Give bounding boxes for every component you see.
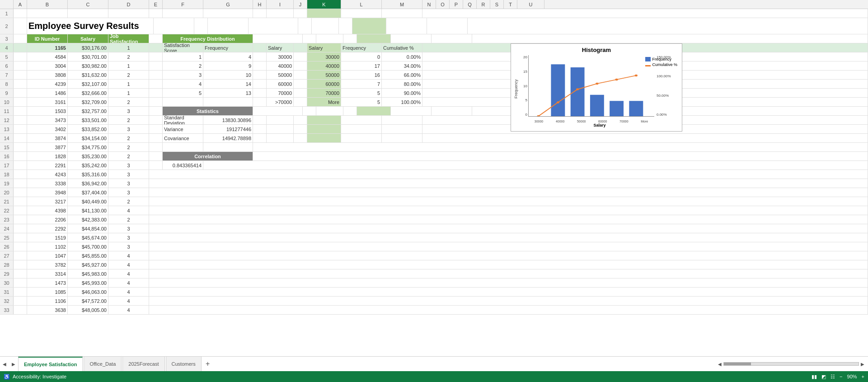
- row-26: 26 1102 $45,700.00 3: [0, 242, 868, 251]
- col-header-U[interactable]: U: [517, 0, 544, 9]
- frequency-header[interactable]: Frequency: [203, 43, 253, 52]
- row-33: 33 3638 $48,005.00 4: [0, 306, 868, 315]
- hist-freq-header[interactable]: Frequency: [341, 43, 382, 52]
- chart-title: Histogram: [514, 47, 679, 53]
- svg-rect-2: [571, 67, 585, 116]
- col-header-G[interactable]: G: [203, 0, 253, 9]
- row-3: 3 ID Number Salary Job Satisfaction Freq…: [0, 34, 868, 43]
- row-24: 24 2292 $44,854.00 3: [0, 224, 868, 233]
- tab-2025forecast[interactable]: 2025Forecast: [122, 357, 164, 372]
- add-sheet-button[interactable]: +: [202, 358, 213, 369]
- col-header-L[interactable]: L: [341, 0, 382, 9]
- column-header-row: A B C D E F G H I J K L M N O P Q R S T …: [0, 0, 868, 9]
- satisfaction-score-header[interactable]: Satisfaction Score: [163, 43, 203, 52]
- col-header-A[interactable]: A: [14, 0, 27, 9]
- variance-value[interactable]: 191277446: [203, 125, 253, 133]
- variance-label[interactable]: Variance: [163, 125, 203, 133]
- hist-salary-header[interactable]: Salary: [307, 43, 341, 52]
- chart-y-label: Frequency: [514, 55, 520, 123]
- header-id[interactable]: ID Number: [27, 34, 68, 43]
- row-27: 27 1047 $45,855.00 4: [0, 251, 868, 260]
- covariance-label[interactable]: Covariance: [163, 134, 203, 142]
- row-2: 2 Employee Survey Results: [0, 18, 868, 34]
- page-layout-icon[interactable]: ◩: [821, 374, 826, 380]
- statistics-header[interactable]: Statistics: [163, 107, 253, 115]
- zoom-level: 90%: [847, 374, 857, 379]
- col-header-Q[interactable]: Q: [463, 0, 477, 9]
- zoom-out-button[interactable]: −: [840, 374, 842, 379]
- header-salary[interactable]: Salary: [68, 34, 108, 43]
- row-17: 17 2291 $35,242.00 3 0.843365414: [0, 161, 868, 170]
- row-16: 16 1828 $35,230.00 2 Correlation: [0, 152, 868, 161]
- row-13: 13 3402 $33,852.00 3 Variance 191277446: [0, 125, 868, 134]
- col-header-P[interactable]: P: [450, 0, 463, 9]
- normal-view-icon[interactable]: ▮▮: [812, 374, 817, 380]
- svg-point-8: [576, 88, 579, 90]
- row-15: 15 3877 $34,775.00 2: [0, 143, 868, 152]
- col-header-O[interactable]: O: [436, 0, 450, 9]
- freq-dist-header[interactable]: Frequency Distribution: [163, 34, 253, 43]
- spreadsheet-title[interactable]: Employee Survey Results: [27, 18, 154, 34]
- salary-col-header[interactable]: Salary: [267, 43, 294, 52]
- header-job-satisfaction[interactable]: Job Satisfaction: [108, 34, 149, 43]
- row-12: 12 3473 $33,501.00 2 Standard Deviation …: [0, 116, 868, 125]
- zoom-in-button[interactable]: +: [862, 374, 864, 379]
- col-header-T[interactable]: T: [504, 0, 517, 9]
- corner-cell: [0, 0, 14, 9]
- col-header-D[interactable]: D: [108, 0, 149, 9]
- row-22: 22 4398 $41,130.00 4: [0, 206, 868, 215]
- svg-rect-3: [590, 95, 604, 116]
- row-19: 19 3338 $36,942.00 3: [0, 179, 868, 188]
- tab-nav-left[interactable]: ◀: [0, 359, 9, 368]
- col-header-H[interactable]: H: [253, 0, 267, 9]
- svg-point-11: [635, 75, 638, 77]
- col-header-N[interactable]: N: [422, 0, 436, 9]
- sheet-scroll-left[interactable]: ◀: [718, 362, 722, 367]
- col-header-I[interactable]: I: [267, 0, 294, 9]
- col-header-K[interactable]: K: [307, 0, 341, 9]
- correlation-header[interactable]: Correlation: [163, 152, 253, 160]
- tab-office-data[interactable]: Office_Data: [84, 357, 122, 372]
- row-20: 20 3948 $37,404.00 3: [0, 188, 868, 197]
- histogram-chart: Histogram Frequency 20 15 10 5 0: [511, 43, 682, 132]
- status-bar: ♿ Accessibility: Investigate ▮▮ ◩ ☷ − 90…: [0, 371, 868, 382]
- col-header-F[interactable]: F: [163, 0, 203, 9]
- row-10: 10 3161 $32,709.00 2 >70000 More 5 100.0…: [0, 98, 868, 107]
- row-8: 8 4239 $32,107.00 1 4 14 60000 60000 7 8…: [0, 80, 868, 89]
- row-18: 18 4243 $35,316.00 3: [0, 170, 868, 179]
- accessibility-icon: ♿: [4, 374, 10, 380]
- tab-customers[interactable]: Customers: [166, 357, 202, 372]
- row-21: 21 3217 $40,449.00 2: [0, 197, 868, 206]
- chart-legend: Frequency Cumulative %: [645, 57, 677, 68]
- row-14: 14 3874 $34,154.00 2 Covariance 14942.78…: [0, 134, 868, 143]
- row-30: 30 1473 $45,993.00 4: [0, 278, 868, 288]
- row-11: 11 1503 $32,757.00 3 Statistics: [0, 107, 868, 116]
- row-9: 9 1486 $32,666.00 1 5 13 70000 70000 5 9…: [0, 89, 868, 98]
- col-header-M[interactable]: M: [382, 0, 422, 9]
- tab-employee-satisfaction[interactable]: Employee Satisfaction: [18, 357, 83, 372]
- std-dev-label[interactable]: Standard Deviation: [163, 116, 203, 124]
- hist-cum-header[interactable]: Cumulative %: [382, 43, 422, 52]
- accessibility-text: Accessibility: Investigate: [13, 374, 66, 379]
- horizontal-scrollbar[interactable]: [723, 362, 859, 366]
- col-header-S[interactable]: S: [490, 0, 504, 9]
- tab-nav-right[interactable]: ▶: [9, 359, 18, 368]
- correlation-value[interactable]: 0.843365414: [163, 161, 203, 170]
- col-header-R[interactable]: R: [477, 0, 490, 9]
- grid-area: 1 2 Employee Survey Results: [0, 9, 868, 356]
- std-dev-value[interactable]: 13830.30896: [203, 116, 253, 124]
- svg-point-7: [557, 101, 559, 104]
- page-break-icon[interactable]: ☷: [830, 374, 835, 380]
- row-5: 5 4584 $30,701.00 2 1 4 30000 30000 0 0.…: [0, 52, 868, 61]
- covariance-value[interactable]: 14942.78898: [203, 134, 253, 142]
- svg-rect-5: [629, 101, 643, 116]
- col-header-C[interactable]: C: [68, 0, 108, 9]
- col-header-B[interactable]: B: [27, 0, 68, 9]
- tab-bar: ◀ ▶ Employee Satisfaction Office_Data 20…: [0, 356, 868, 371]
- svg-rect-1: [551, 64, 565, 116]
- col-header-J[interactable]: J: [294, 0, 307, 9]
- sheet-scroll-right[interactable]: ▶: [861, 362, 864, 367]
- svg-rect-4: [610, 101, 624, 116]
- row-28: 28 3782 $45,927.00 4: [0, 260, 868, 269]
- col-header-E[interactable]: E: [149, 0, 163, 9]
